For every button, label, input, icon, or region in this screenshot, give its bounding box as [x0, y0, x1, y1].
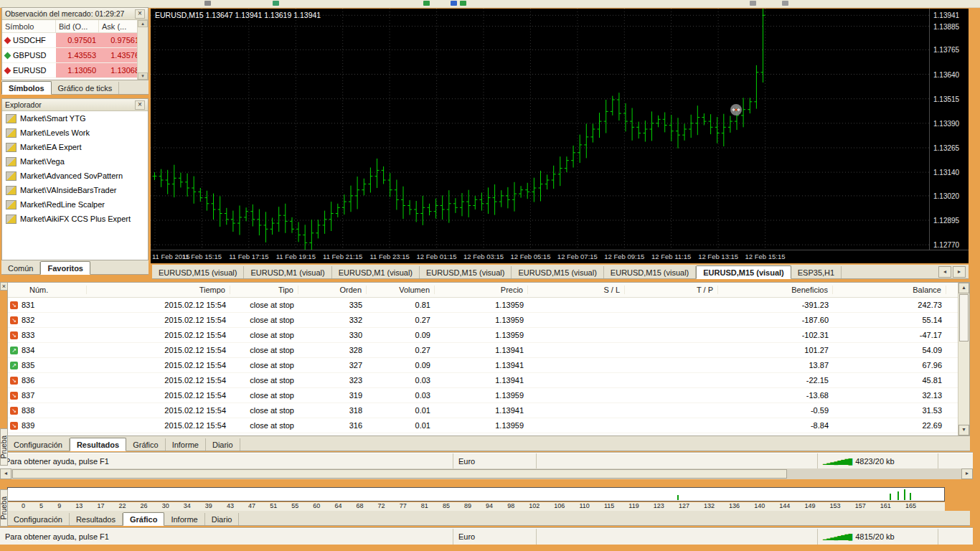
navigator-item[interactable]: Market\Levels Work	[2, 126, 148, 140]
close-icon[interactable]: ×	[0, 282, 8, 291]
tab-gráfico-de-ticks[interactable]: Gráfico de ticks	[52, 82, 120, 94]
status-traffic-cell: ▁▂▃▄▅▆▇█ 4815/20 kb	[818, 529, 938, 545]
scrollbar-thumb[interactable]	[12, 469, 787, 479]
axis-number: 60	[313, 502, 320, 511]
axis-number: 106	[554, 502, 565, 511]
table-row[interactable]: ↘8362015.02.12 15:54close at stop3230.03…	[8, 373, 969, 388]
tab-resultados[interactable]: Resultados	[70, 438, 126, 451]
table-row[interactable]: ↘8372015.02.12 15:54close at stop3190.03…	[8, 388, 969, 403]
chart-tab[interactable]: EURUSD,M1 (visual)	[244, 266, 331, 278]
toolbar-icon[interactable]	[782, 1, 788, 6]
navigator-item[interactable]: Market\VAInsideBarsTrader	[2, 183, 148, 197]
tab-diario[interactable]: Diario	[206, 438, 240, 451]
results-column-header[interactable]: S / L	[528, 286, 625, 294]
expert-advisor-icon	[6, 186, 17, 195]
tab-gráfico[interactable]: Gráfico	[123, 512, 165, 526]
results-rows: ↘8312015.02.12 15:54close at stop3350.81…	[8, 298, 969, 433]
chart-tab[interactable]: EURUSD,M1 (visual)	[332, 266, 420, 278]
tabs-scroll-left-icon[interactable]: ◂	[938, 266, 951, 278]
results-column-header[interactable]: Balance	[833, 286, 946, 294]
chart-tab[interactable]: EURUSD,M15 (visual)	[512, 266, 603, 278]
results-column-header[interactable]: Volumen	[367, 286, 435, 294]
results-column-header[interactable]: Tipo	[230, 286, 298, 294]
navigator-item[interactable]: Market\Vega	[2, 154, 148, 169]
ask-cell: 0.97561	[99, 33, 142, 47]
results-cell: 0.09	[367, 331, 435, 339]
market-watch-row[interactable]: GBPUSD1.435531.43576	[2, 48, 148, 63]
table-row[interactable]: ↘8312015.02.12 15:54close at stop3350.81…	[8, 298, 969, 313]
navigator-item[interactable]: Market\Advanced SovPattern	[2, 169, 148, 183]
results-column-header[interactable]: Precio	[435, 286, 528, 294]
results-scrollbar[interactable]: ▴ ▾	[958, 283, 969, 435]
price-tick-label: 1.13515	[933, 95, 959, 103]
market-watch-column-header[interactable]: Ask (...	[99, 20, 138, 32]
close-icon[interactable]: ×	[135, 9, 145, 19]
chart-panel[interactable]: EURUSD,M15 1.13647 1.13941 1.13619 1.139…	[151, 9, 969, 263]
market-watch-row[interactable]: EURUSD1.130501.13068	[2, 63, 148, 78]
navigator-item[interactable]: Market\RedLine Scalper	[2, 197, 148, 212]
symbol-cell: USDCHF	[2, 33, 56, 47]
connection-bars-icon: ▁▂▃▄▅▆▇█	[823, 458, 852, 465]
trade-number: 836	[22, 376, 34, 385]
scroll-right-icon[interactable]: ▸	[961, 468, 973, 479]
chart-tab[interactable]: EURUSD,M15 (visual)	[420, 266, 512, 278]
toolbar-icon[interactable]	[423, 1, 430, 6]
results-header: Núm.TiempoTipoOrdenVolumenPrecioS / LT /…	[8, 283, 969, 298]
tab-informe[interactable]: Informe	[164, 513, 204, 525]
scroll-up-icon[interactable]: ▴	[958, 283, 969, 293]
navigator-item[interactable]: Market\AikiFX CCS Plus Expert	[2, 212, 148, 226]
horizontal-scrollbar[interactable]: ◂ ▸	[0, 468, 973, 479]
price-tick-label: 1.12895	[933, 217, 959, 225]
market-watch-row[interactable]: USDCHF0.975010.97561	[2, 33, 148, 48]
toolbar-icon[interactable]	[204, 1, 211, 6]
tabs-scroll-right-icon[interactable]: ▸	[953, 266, 966, 278]
chart-plot[interactable]	[151, 9, 929, 250]
table-row[interactable]: ↗8342015.02.12 15:54close at stop3280.27…	[8, 343, 969, 358]
table-row[interactable]: ↘8322015.02.12 15:54close at stop3320.27…	[8, 313, 969, 328]
toolbar-icon[interactable]	[460, 1, 466, 6]
tab-favoritos[interactable]: Favoritos	[40, 261, 90, 275]
time-tick-label: 12 Feb 05:15	[505, 253, 555, 260]
toolbar-icon[interactable]	[451, 1, 457, 6]
scroll-down-icon[interactable]: ▾	[138, 72, 148, 80]
toolbar-icon[interactable]	[750, 1, 756, 6]
navigator-item[interactable]: Market\Smart YTG	[2, 111, 148, 126]
scrollbar-thumb[interactable]	[959, 294, 969, 342]
chart-tab[interactable]: ESP35,H1	[791, 266, 842, 278]
navigator-list: Market\Smart YTGMarket\Levels WorkMarket…	[2, 111, 148, 226]
tester1-side-tab[interactable]: Prueba	[0, 428, 8, 466]
tab-informe[interactable]: Informe	[166, 438, 206, 451]
chart-tab[interactable]: EURUSD,M15 (visual)	[604, 266, 696, 278]
symbol-name: EURUSD	[13, 66, 46, 75]
tester2-side-tab[interactable]: Prueba	[0, 489, 8, 527]
results-column-header[interactable]: T / P	[625, 286, 718, 294]
tab-configuración[interactable]: Configuración	[7, 438, 70, 451]
navigator-item[interactable]: Market\EA Expert	[2, 140, 148, 154]
tab-diario[interactable]: Diario	[205, 513, 240, 525]
market-watch-scrollbar[interactable]: ▴ ▾	[137, 20, 148, 80]
results-cell: close at stop	[230, 361, 298, 369]
scroll-down-icon[interactable]: ▾	[958, 425, 969, 435]
table-row[interactable]: ↗8352015.02.12 15:54close at stop3270.09…	[8, 358, 969, 373]
tab-común[interactable]: Común	[1, 262, 40, 274]
table-row[interactable]: ↘8382015.02.12 15:54close at stop3180.01…	[8, 403, 969, 418]
table-row[interactable]: ↘8392015.02.12 15:54close at stop3160.01…	[8, 418, 969, 433]
close-icon[interactable]: ×	[135, 100, 145, 110]
table-row[interactable]: ↘8332015.02.12 15:54close at stop3300.09…	[8, 328, 969, 343]
scroll-left-icon[interactable]: ◂	[0, 468, 11, 479]
chart-tab[interactable]: EURUSD,M15 (visual)	[152, 266, 244, 278]
results-column-header[interactable]: Núm.	[8, 286, 87, 294]
chart-tab[interactable]: EURUSD,M15 (visual)	[696, 265, 791, 279]
tab-configuración[interactable]: Configuración	[7, 513, 70, 525]
market-watch-column-header[interactable]: Símbolo	[2, 20, 56, 32]
tab-símbolos[interactable]: Símbolos	[1, 81, 52, 95]
results-column-header[interactable]: Orden	[298, 286, 367, 294]
results-column-header[interactable]: Beneficios	[718, 286, 833, 294]
tab-resultados[interactable]: Resultados	[70, 513, 123, 525]
toolbar-icon[interactable]	[273, 1, 279, 6]
market-watch-column-header[interactable]: Bid (O...	[56, 20, 99, 32]
results-column-header[interactable]: Tiempo	[87, 286, 230, 294]
scroll-up-icon[interactable]: ▴	[138, 20, 148, 27]
navigator-title: Explorador	[5, 100, 42, 109]
tab-gráfico[interactable]: Gráfico	[126, 438, 165, 451]
